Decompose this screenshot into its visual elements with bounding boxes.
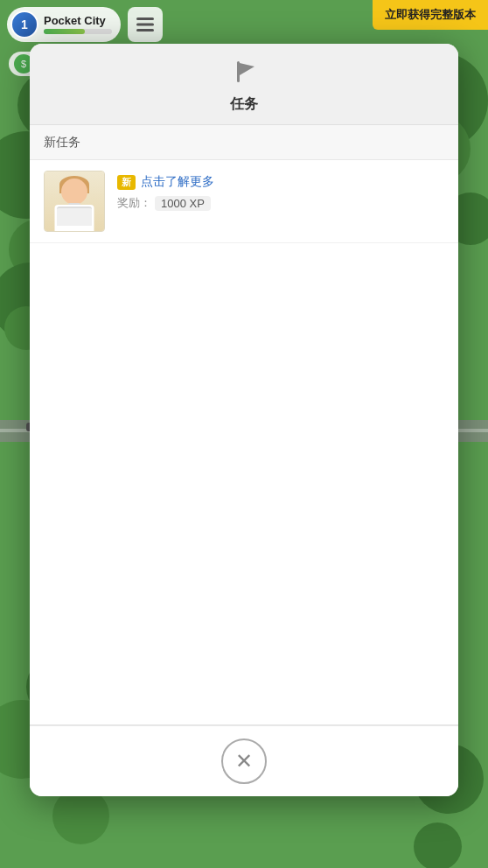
svg-rect-3 — [237, 61, 240, 82]
quest-title-text: 点击了解更多 — [141, 174, 214, 190]
close-button[interactable]: ✕ — [221, 738, 267, 784]
quest-info: 新 点击了解更多 奖励： 1000 XP — [117, 171, 444, 211]
modal-body[interactable]: 新任务 新 点击了解更多 — [30, 125, 458, 724]
quest-title-row: 新 点击了解更多 — [117, 174, 444, 190]
reward-value: 1000 XP — [155, 196, 211, 211]
section-header-text: 新任务 — [44, 135, 80, 149]
quest-item[interactable]: 新 点击了解更多 奖励： 1000 XP — [30, 160, 458, 243]
modal-header: 任务 — [30, 44, 458, 125]
empty-content-area — [30, 243, 458, 724]
close-icon: ✕ — [235, 749, 253, 774]
flag-icon — [230, 58, 258, 92]
section-header: 新任务 — [30, 125, 458, 160]
quest-avatar — [44, 171, 105, 232]
modal-title: 任务 — [230, 95, 258, 114]
quest-reward: 奖励： 1000 XP — [117, 195, 444, 211]
quest-modal: 任务 新任务 — [30, 44, 458, 796]
modal-overlay: 任务 新任务 — [0, 0, 488, 868]
reward-label: 奖励： — [117, 195, 151, 211]
quest-new-badge: 新 — [117, 175, 136, 190]
modal-footer: ✕ — [30, 725, 458, 796]
